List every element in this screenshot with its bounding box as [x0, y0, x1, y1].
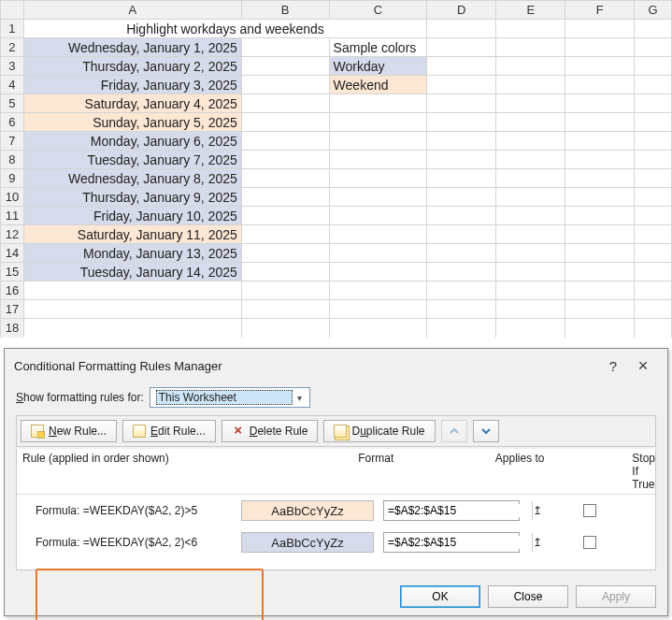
- dialog-title: Conditional Formatting Rules Manager: [14, 359, 222, 373]
- dropdown-value: This Worksheet: [156, 390, 293, 405]
- cell[interactable]: Wednesday, January 1, 2025: [23, 38, 241, 57]
- cell[interactable]: Saturday, January 11, 2025: [23, 225, 241, 244]
- row-header[interactable]: 14: [1, 244, 24, 263]
- header-stop: Stop If True: [632, 452, 655, 491]
- row-header[interactable]: 15: [1, 263, 24, 281]
- applies-to-input[interactable]: [384, 504, 532, 517]
- cell[interactable]: Monday, January 6, 2025: [23, 132, 241, 151]
- row-header[interactable]: 11: [1, 207, 24, 225]
- row-header[interactable]: 5: [1, 94, 24, 113]
- cell[interactable]: Thursday, January 2, 2025: [23, 57, 241, 76]
- cell[interactable]: Sunday, January 5, 2025: [23, 113, 241, 132]
- delete-icon: ×: [232, 425, 245, 438]
- duplicate-icon: [334, 425, 347, 438]
- apply-button[interactable]: Apply: [576, 585, 656, 608]
- row-header[interactable]: 2: [1, 38, 24, 57]
- row-header[interactable]: 17: [1, 300, 24, 319]
- row-header[interactable]: 1: [1, 20, 24, 38]
- new-rule-icon: [31, 425, 44, 438]
- ok-button[interactable]: OK: [400, 585, 480, 608]
- format-preview: AaBbCcYyZz: [241, 500, 374, 521]
- cell[interactable]: Tuesday, January 14, 2025: [23, 263, 241, 281]
- close-button[interactable]: Close: [488, 585, 568, 608]
- header-format: Format: [358, 452, 495, 491]
- cell[interactable]: Monday, January 13, 2025: [23, 244, 241, 263]
- chevron-down-icon: ▾: [293, 393, 307, 403]
- sample-colors-label[interactable]: Sample colors: [329, 38, 426, 57]
- applies-to-field[interactable]: ↥: [383, 532, 520, 553]
- applies-to-input[interactable]: [384, 536, 532, 549]
- row-header[interactable]: 7: [1, 132, 24, 151]
- row-header[interactable]: 4: [1, 76, 24, 94]
- rules-scope-dropdown[interactable]: This Worksheet ▾: [150, 387, 310, 408]
- col-header-G[interactable]: G: [635, 1, 672, 20]
- cell[interactable]: Tuesday, January 7, 2025: [23, 151, 241, 169]
- row-header[interactable]: 3: [1, 57, 24, 76]
- header-applies: Applies to: [495, 452, 633, 491]
- stop-if-true-checkbox[interactable]: [583, 504, 596, 517]
- rule-row[interactable]: Formula: =WEEKDAY($A2, 2)<6 AaBbCcYyZz ↥: [17, 526, 655, 558]
- row-header[interactable]: 9: [1, 169, 24, 188]
- row-header[interactable]: 6: [1, 113, 24, 132]
- col-header-D[interactable]: D: [427, 1, 496, 20]
- header-rule: Rule (applied in order shown): [22, 452, 358, 491]
- cell[interactable]: Friday, January 10, 2025: [23, 207, 241, 225]
- delete-rule-button[interactable]: ×Delete Rule: [222, 420, 319, 442]
- rules-list: Rule (applied in order shown) Format App…: [16, 449, 656, 570]
- highlight-annotation: [36, 569, 264, 620]
- chevron-down-icon: [480, 425, 492, 437]
- format-preview: AaBbCcYyZz: [241, 532, 374, 553]
- cell[interactable]: Friday, January 3, 2025: [23, 76, 241, 94]
- show-rules-label: Show formatting rules for:: [16, 391, 144, 404]
- edit-rule-icon: [133, 425, 146, 438]
- col-header-E[interactable]: E: [496, 1, 565, 20]
- help-icon[interactable]: ?: [598, 358, 628, 374]
- col-header-A[interactable]: A: [23, 1, 241, 20]
- row-header[interactable]: 18: [1, 319, 24, 338]
- stop-if-true-checkbox[interactable]: [583, 536, 596, 549]
- edit-rule-button[interactable]: Edit Rule...: [122, 420, 216, 442]
- row-header[interactable]: 16: [1, 281, 24, 300]
- cell[interactable]: Wednesday, January 8, 2025: [23, 169, 241, 188]
- rule-formula: Formula: =WEEKDAY($A2, 2)>5: [22, 504, 241, 517]
- chevron-up-icon: [449, 425, 460, 437]
- col-header-C[interactable]: C: [329, 1, 426, 20]
- col-header-B[interactable]: B: [241, 1, 329, 20]
- close-icon[interactable]: ×: [628, 356, 658, 376]
- cell[interactable]: Thursday, January 9, 2025: [23, 188, 241, 207]
- duplicate-rule-button[interactable]: Duplicate Rule: [323, 420, 435, 442]
- applies-to-field[interactable]: ↥: [383, 500, 520, 521]
- cell[interactable]: Saturday, January 4, 2025: [23, 94, 241, 113]
- rule-formula: Formula: =WEEKDAY($A2, 2)<6: [22, 536, 241, 549]
- select-all-corner[interactable]: [1, 1, 24, 20]
- sample-weekend[interactable]: Weekend: [329, 76, 426, 94]
- new-rule-button[interactable]: New Rule...: [21, 420, 117, 442]
- row-header[interactable]: 10: [1, 188, 24, 207]
- conditional-formatting-dialog: Conditional Formatting Rules Manager ? ×…: [4, 348, 668, 616]
- spreadsheet-grid: A B C D E F G 1Highlight workdays and we…: [0, 0, 672, 338]
- row-header[interactable]: 12: [1, 225, 24, 244]
- row-header[interactable]: 8: [1, 151, 24, 169]
- move-down-button[interactable]: [473, 420, 499, 442]
- move-up-button[interactable]: [441, 420, 467, 442]
- sample-workday[interactable]: Workday: [329, 57, 426, 76]
- col-header-F[interactable]: F: [565, 1, 635, 20]
- page-title[interactable]: Highlight workdays and weekends: [23, 20, 426, 38]
- rule-row[interactable]: Formula: =WEEKDAY($A2, 2)>5 AaBbCcYyZz ↥: [17, 495, 655, 526]
- rules-toolbar: New Rule... Edit Rule... ×Delete Rule Du…: [16, 415, 656, 447]
